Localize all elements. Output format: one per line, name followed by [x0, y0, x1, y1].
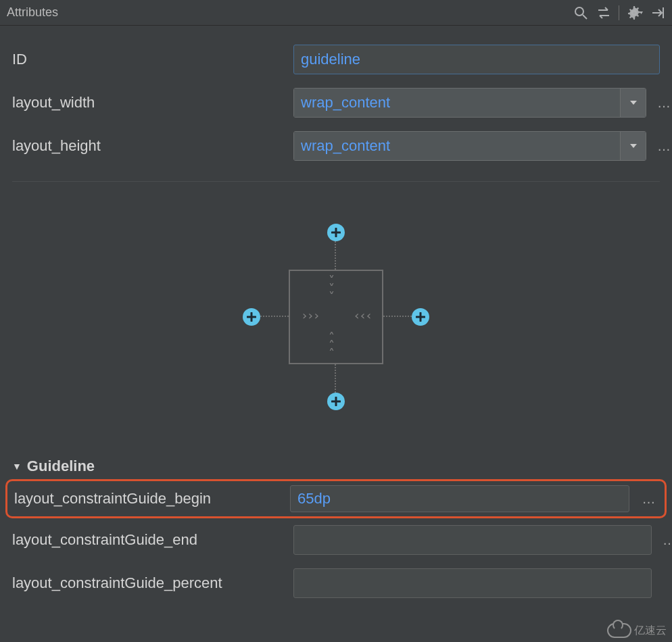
- watermark: 亿速云: [607, 623, 667, 638]
- constraint-box-wrap: ˅˅˅ ˄˄˄ ››› ‹‹‹: [248, 229, 424, 405]
- row-guide-percent: layout_constraintGuide_percent: [0, 562, 672, 605]
- add-constraint-top-button[interactable]: [327, 224, 345, 241]
- select-layout-height[interactable]: wrap_content: [293, 131, 646, 161]
- search-icon[interactable]: [573, 5, 589, 21]
- row-layout-height: layout_height wrap_content …: [0, 124, 672, 168]
- highlighted-row: layout_constraintGuide_begin …: [5, 479, 667, 518]
- add-constraint-bottom-button[interactable]: [327, 393, 345, 410]
- input-guide-begin[interactable]: [290, 485, 629, 512]
- watermark-text: 亿速云: [634, 624, 667, 638]
- row-guide-begin: layout_constraintGuide_begin …: [7, 481, 665, 516]
- constraint-widget: ˅˅˅ ˄˄˄ ››› ‹‹‹: [0, 182, 672, 452]
- input-guide-end[interactable]: [293, 525, 652, 555]
- panel-content: ID layout_width wrap_content … layout_he…: [0, 26, 672, 605]
- constraint-line-left: [260, 316, 289, 317]
- section-guideline-header[interactable]: ▼ Guideline: [0, 452, 672, 479]
- input-guide-percent[interactable]: [293, 568, 652, 598]
- select-layout-height-value: wrap_content: [294, 132, 620, 160]
- row-layout-width: layout_width wrap_content …: [0, 81, 672, 124]
- cloud-icon: [607, 623, 631, 638]
- guideline-rows: layout_constraintGuide_end … layout_cons…: [0, 518, 672, 605]
- row-id: ID: [0, 38, 672, 81]
- label-layout-height: layout_height: [12, 137, 283, 155]
- label-id: ID: [12, 51, 283, 68]
- constraint-line-top: [335, 241, 336, 270]
- constraint-line-right: [383, 316, 412, 317]
- panel-header: Attributes: [0, 0, 672, 26]
- input-id[interactable]: [293, 45, 660, 74]
- chevron-down-icon[interactable]: [620, 89, 646, 117]
- toolbar-separator: [619, 5, 619, 20]
- constraint-line-bottom: [335, 364, 336, 393]
- panel-toolbar: [573, 5, 665, 21]
- size-indicator-bottom: ˄˄˄: [329, 333, 333, 357]
- more-icon[interactable]: …: [657, 139, 671, 154]
- label-layout-width: layout_width: [12, 94, 283, 112]
- add-constraint-left-button[interactable]: [243, 308, 260, 326]
- panel-title: Attributes: [7, 5, 58, 20]
- section-guideline-title: Guideline: [27, 458, 95, 475]
- size-indicator-top: ˅˅˅: [329, 276, 333, 301]
- swap-icon[interactable]: [596, 5, 612, 21]
- label-guide-end: layout_constraintGuide_end: [12, 531, 283, 549]
- select-layout-width[interactable]: wrap_content: [293, 88, 646, 118]
- svg-line-1: [583, 15, 587, 19]
- select-layout-width-value: wrap_content: [294, 89, 620, 117]
- label-guide-begin: layout_constraintGuide_begin: [14, 490, 279, 508]
- label-guide-percent: layout_constraintGuide_percent: [12, 574, 283, 592]
- more-icon[interactable]: …: [640, 491, 658, 507]
- size-indicator-left: ›››: [301, 312, 319, 320]
- collapse-icon[interactable]: [650, 5, 665, 21]
- chevron-down-icon[interactable]: [620, 132, 646, 160]
- more-icon[interactable]: …: [663, 533, 672, 548]
- svg-point-0: [575, 7, 583, 16]
- row-guide-end: layout_constraintGuide_end …: [0, 518, 672, 562]
- more-icon[interactable]: …: [657, 95, 671, 111]
- size-indicator-right: ‹‹‹: [353, 312, 371, 320]
- gear-icon[interactable]: [626, 5, 644, 21]
- add-constraint-right-button[interactable]: [412, 308, 429, 326]
- disclosure-triangle-icon: ▼: [12, 461, 22, 472]
